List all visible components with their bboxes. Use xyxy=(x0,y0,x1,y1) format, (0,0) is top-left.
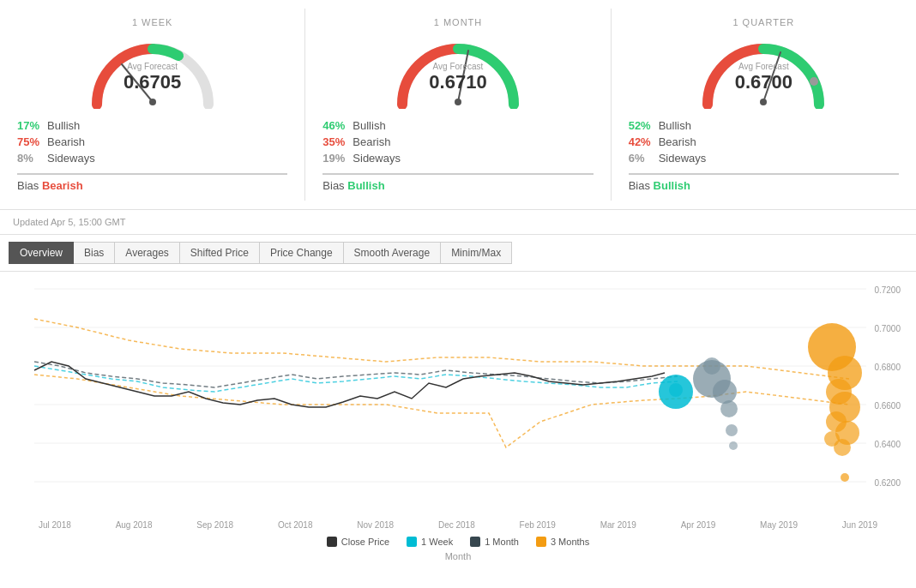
legend-dot-3months xyxy=(536,537,546,547)
svg-point-26 xyxy=(703,357,720,375)
updated-timestamp: Updated Apr 5, 15:00 GMT xyxy=(0,210,916,235)
chart-legend: Close Price 1 Week 1 Month 3 Months xyxy=(9,530,907,551)
svg-point-35 xyxy=(841,473,849,482)
svg-point-20 xyxy=(669,383,683,397)
x-axis-title: Month xyxy=(9,551,907,566)
tab-minim-max[interactable]: Minim/Max xyxy=(440,242,512,264)
tab-averages[interactable]: Averages xyxy=(114,242,179,264)
legend-1week: 1 Week xyxy=(407,537,453,547)
gauge-month: Avg Forecast 0.6710 xyxy=(389,32,527,109)
svg-text:0.7200: 0.7200 xyxy=(874,285,901,295)
legend-label-week: 1 Week xyxy=(421,537,453,547)
svg-point-1 xyxy=(149,99,156,105)
forecast-card-week: 1 WEEK Avg Forecast 0.6705 17% Bullis xyxy=(0,9,305,201)
svg-text:0.6800: 0.6800 xyxy=(874,363,901,372)
bias-week: Bias Bearish xyxy=(17,173,287,192)
svg-text:0.7000: 0.7000 xyxy=(874,324,901,333)
svg-point-25 xyxy=(729,441,738,450)
tab-shifted-price[interactable]: Shifted Price xyxy=(179,242,260,264)
svg-point-5 xyxy=(760,99,767,105)
gauge-quarter: Avg Forecast 0.6700 xyxy=(695,32,832,109)
legend-3months: 3 Months xyxy=(536,537,589,547)
bullish-row-quarter: 52% Bullish xyxy=(629,117,899,134)
stats-month: 46% Bullish 35% Bearish 19% Sideways Bia… xyxy=(322,117,593,192)
sideways-row-month: 19% Sideways xyxy=(322,150,593,166)
svg-point-34 xyxy=(834,439,851,456)
svg-text:0.6600: 0.6600 xyxy=(874,401,901,411)
tab-overview[interactable]: Overview xyxy=(9,242,74,264)
sideways-row-quarter: 6% Sideways xyxy=(629,150,899,166)
card-title-quarter: 1 QUARTER xyxy=(732,17,794,27)
svg-point-24 xyxy=(726,424,738,436)
svg-point-3 xyxy=(455,99,461,105)
chart-area: 0.7200 0.7000 0.6800 0.6600 0.6400 0.620… xyxy=(0,272,916,570)
stats-quarter: 52% Bullish 42% Bearish 6% Sideways Bias… xyxy=(629,117,899,192)
tab-price-change[interactable]: Price Change xyxy=(259,242,344,264)
chart-svg-container: 0.7200 0.7000 0.6800 0.6600 0.6400 0.620… xyxy=(9,280,907,520)
legend-dot-week xyxy=(407,537,417,547)
sideways-row-week: 8% Sideways xyxy=(17,150,287,166)
legend-1month: 1 Month xyxy=(470,537,519,547)
gauge-label-quarter: Avg Forecast 0.6700 xyxy=(735,62,792,93)
gauge-week: Avg Forecast 0.6705 xyxy=(84,32,221,109)
x-axis-month-label: Month xyxy=(445,551,472,561)
legend-label-month: 1 Month xyxy=(485,537,519,547)
svg-point-22 xyxy=(713,380,737,404)
bias-quarter: Bias Bullish xyxy=(629,173,899,192)
svg-text:0.6200: 0.6200 xyxy=(874,478,901,488)
legend-dot-close xyxy=(327,537,337,547)
tab-bias[interactable]: Bias xyxy=(73,242,115,264)
legend-dot-month xyxy=(470,537,480,547)
legend-label-3months: 3 Months xyxy=(551,537,589,547)
tab-smooth-average[interactable]: Smooth Average xyxy=(343,242,442,264)
forecast-card-month: 1 MONTH Avg Forecast 0.6710 46% Bullish … xyxy=(305,9,611,201)
gauge-label-week: Avg Forecast 0.6705 xyxy=(124,62,181,93)
svg-text:0.6400: 0.6400 xyxy=(874,440,901,449)
card-title-month: 1 MONTH xyxy=(434,17,483,27)
card-title-week: 1 WEEK xyxy=(132,17,173,27)
bearish-row-quarter: 42% Bearish xyxy=(629,134,899,150)
svg-point-23 xyxy=(720,400,738,417)
legend-label-close: Close Price xyxy=(341,537,389,547)
stats-week: 17% Bullish 75% Bearish 8% Sideways Bias… xyxy=(17,117,287,192)
legend-close-price: Close Price xyxy=(327,537,389,547)
bearish-row-month: 35% Bearish xyxy=(322,134,593,150)
chart-tabs: Overview Bias Averages Shifted Price Pri… xyxy=(0,235,916,272)
gauge-label-month: Avg Forecast 0.6710 xyxy=(429,62,486,93)
bullish-row-month: 46% Bullish xyxy=(322,117,593,134)
bearish-row-week: 75% Bearish xyxy=(17,134,287,150)
forecast-card-quarter: 1 QUARTER Avg Forecast 0.6700 52% Bullis… xyxy=(612,9,916,201)
svg-point-6 xyxy=(810,77,818,86)
forecast-cards-row: 1 WEEK Avg Forecast 0.6705 17% Bullis xyxy=(0,0,916,210)
bias-month: Bias Bullish xyxy=(322,173,593,192)
bullish-row-week: 17% Bullish xyxy=(17,117,287,134)
